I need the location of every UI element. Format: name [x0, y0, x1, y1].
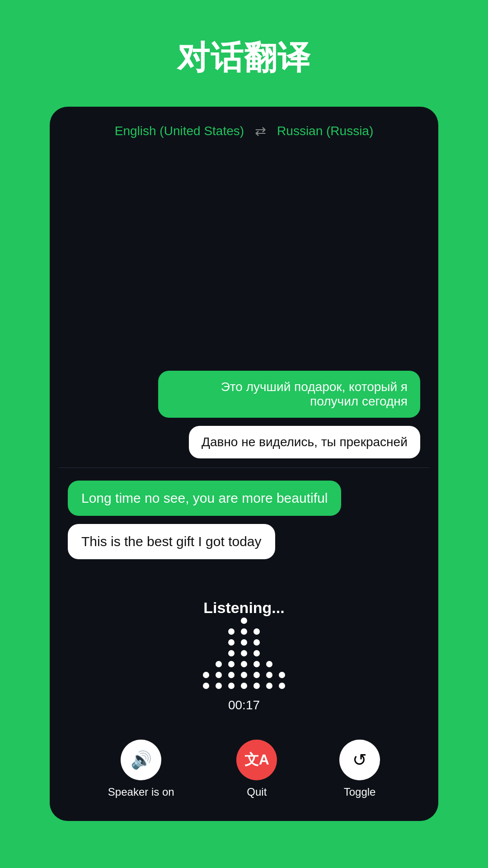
- message-bubble-mirrored-green: Это лучший подарок, который я получил се…: [158, 371, 420, 418]
- wave-dot: [253, 661, 260, 667]
- speaker-label: Speaker is on: [108, 786, 174, 798]
- quit-control[interactable]: 文A Quit: [236, 740, 277, 798]
- chat-area-mirrored: Это лучший подарок, который я получил се…: [50, 152, 438, 467]
- wave-col-1: [203, 672, 209, 689]
- language-selector-row[interactable]: English (United States) ⇄ Russian (Russi…: [50, 107, 438, 152]
- swap-languages-icon[interactable]: ⇄: [255, 123, 266, 139]
- wave-col-4: [241, 618, 247, 689]
- wave-dot: [216, 672, 222, 678]
- source-language-label[interactable]: English (United States): [115, 124, 244, 138]
- page-title: 对话翻译: [177, 36, 311, 80]
- wave-col-5: [253, 628, 260, 689]
- wave-col-3: [228, 628, 235, 689]
- wave-col-6: [266, 661, 272, 689]
- wave-col-7: [279, 672, 285, 689]
- wave-dot: [253, 639, 260, 646]
- target-language-label[interactable]: Russian (Russia): [277, 124, 373, 138]
- toggle-button[interactable]: ↺: [339, 740, 380, 780]
- main-card: English (United States) ⇄ Russian (Russi…: [50, 107, 438, 821]
- speaker-button[interactable]: 🔊: [121, 740, 161, 780]
- wave-dot: [241, 628, 247, 635]
- wave-dot: [279, 683, 285, 689]
- wave-dot: [253, 650, 260, 656]
- wave-dot: [266, 672, 272, 678]
- speaker-icon: 🔊: [131, 750, 152, 770]
- wave-dot: [228, 639, 235, 646]
- listening-section: Listening...: [50, 585, 438, 735]
- message-bubble-white: This is the best gift I got today: [68, 524, 275, 559]
- wave-dot: [241, 639, 247, 646]
- wave-dot: [216, 683, 222, 689]
- wave-dot: [241, 650, 247, 656]
- wave-dot: [216, 661, 222, 667]
- speaker-control[interactable]: 🔊 Speaker is on: [108, 740, 174, 798]
- wave-dot: [253, 672, 260, 678]
- wave-dot: [241, 661, 247, 667]
- wave-dot: [228, 672, 235, 678]
- wave-dot: [203, 683, 209, 689]
- wave-dot: [241, 672, 247, 678]
- toggle-icon: ↺: [352, 750, 367, 770]
- wave-dot: [266, 661, 272, 667]
- toggle-label: Toggle: [344, 786, 376, 798]
- controls-row: 🔊 Speaker is on 文A Quit ↺ Toggle: [50, 735, 438, 821]
- wave-dot: [241, 683, 247, 689]
- quit-label: Quit: [247, 786, 267, 798]
- wave-dot: [241, 618, 247, 624]
- quit-button[interactable]: 文A: [236, 740, 277, 780]
- message-bubble-mirrored-white: Давно не виделись, ты прекрасней: [189, 426, 420, 458]
- translate-icon: 文A: [244, 750, 269, 770]
- toggle-control[interactable]: ↺ Toggle: [339, 740, 380, 798]
- recording-timer: 00:17: [228, 698, 260, 712]
- wave-dot: [228, 628, 235, 635]
- wave-dot: [253, 628, 260, 635]
- wave-dot: [228, 683, 235, 689]
- chat-area-english: Long time no see, you are more beautiful…: [50, 468, 438, 585]
- wave-col-2: [216, 661, 222, 689]
- wave-dot: [253, 683, 260, 689]
- wave-dot: [279, 672, 285, 678]
- wave-dot: [266, 683, 272, 689]
- wave-dot: [228, 650, 235, 656]
- wave-dot: [203, 672, 209, 678]
- waveform-visualizer: [203, 630, 285, 689]
- wave-dot: [228, 661, 235, 667]
- message-bubble-green: Long time no see, you are more beautiful: [68, 481, 341, 516]
- listening-status-label: Listening...: [203, 599, 284, 617]
